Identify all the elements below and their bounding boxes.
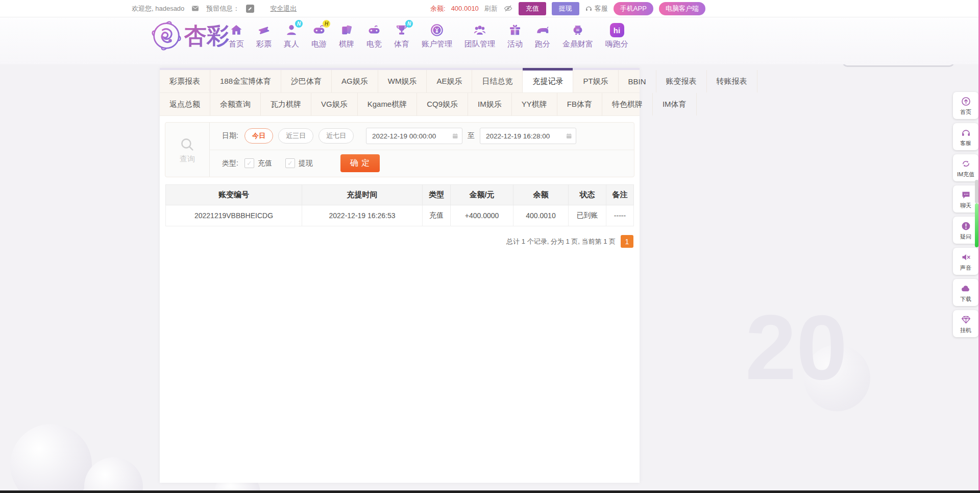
cell-record-id: 20221219VBBBHEICDG: [166, 205, 302, 226]
tab-item[interactable]: 彩票报表: [160, 70, 210, 92]
quick-range-today[interactable]: 今日: [244, 128, 273, 144]
nav-item-boardgames[interactable]: 棋牌: [333, 22, 360, 49]
pagination-summary: 总计 1 个记录, 分为 1 页, 当前第 1 页: [506, 237, 616, 246]
balance-label: 余额:: [430, 4, 446, 13]
cell-remark: -----: [606, 205, 634, 226]
tab-item[interactable]: 余额查询: [210, 93, 261, 115]
cell-balance: 400.0010: [513, 205, 569, 226]
type-label: 类型:: [222, 159, 238, 168]
cell-time: 2022-12-19 16:26:53: [302, 205, 423, 226]
page-1-button[interactable]: 1: [621, 235, 633, 248]
nav-item-esports[interactable]: 电竞: [360, 22, 388, 49]
scrollbar-track[interactable]: [975, 180, 978, 203]
toolbar-item-service[interactable]: 客服: [953, 123, 978, 150]
nav-item-lottery[interactable]: 彩票: [250, 22, 278, 49]
tab-item[interactable]: AG娱乐: [332, 70, 378, 92]
nav-item-egames[interactable]: H 电游: [305, 22, 333, 49]
site-logo[interactable]: 杏彩: [151, 20, 229, 51]
toolbar-item-download[interactable]: 下载: [953, 279, 978, 306]
pc-client-button[interactable]: 电脑客户端: [659, 2, 705, 15]
tab-item[interactable]: 特色棋牌: [602, 93, 653, 115]
tab-item[interactable]: 沙巴体育: [281, 70, 332, 92]
edit-pencil-icon[interactable]: [246, 5, 254, 13]
nav-item-live[interactable]: N 真人: [278, 22, 305, 49]
date-label: 日期:: [222, 131, 238, 140]
tab-item[interactable]: 返点总额: [160, 93, 210, 115]
tab-item[interactable]: Kgame棋牌: [358, 93, 418, 115]
toolbar-item-idle[interactable]: 挂机: [953, 310, 978, 337]
tab-item[interactable]: 瓦力棋牌: [261, 93, 311, 115]
nav-label: 金鼎财富: [562, 39, 593, 49]
col-header: 类型: [423, 185, 451, 205]
tab-item[interactable]: YY棋牌: [512, 93, 557, 115]
mobile-app-button[interactable]: 手机APP: [614, 2, 653, 15]
tab-item[interactable]: IM体育: [653, 93, 697, 115]
toolbar-item-im-recharge[interactable]: IM充值: [953, 154, 978, 181]
message-envelope-icon[interactable]: [191, 4, 200, 13]
bg-ball-decoration: [84, 457, 143, 493]
tab-item[interactable]: PT娱乐: [573, 70, 618, 92]
nav-item-home[interactable]: 首页: [223, 22, 250, 49]
nav-item-team[interactable]: 团队管理: [458, 22, 501, 49]
date-from-input[interactable]: [371, 132, 452, 140]
quick-range-7days[interactable]: 近七日: [318, 128, 354, 144]
nav-item-account[interactable]: 账户管理: [415, 22, 458, 49]
scrollbar-thumb[interactable]: [975, 203, 978, 247]
tab-item[interactable]: IM娱乐: [468, 93, 512, 115]
calendar-icon[interactable]: [566, 132, 572, 140]
tab-item[interactable]: VG娱乐: [311, 93, 358, 115]
nav-item-hi-paofen[interactable]: hi 嗨跑分: [599, 22, 634, 49]
date-from-field[interactable]: [366, 128, 462, 144]
col-header: 充提时间: [302, 185, 423, 205]
col-header: 备注: [606, 185, 634, 205]
tab-item[interactable]: WM娱乐: [378, 70, 427, 92]
cell-type: 充值: [423, 205, 451, 226]
recharge-checkbox[interactable]: ✓: [244, 158, 254, 168]
content-card: 彩票报表 188金宝博体育 沙巴体育 AG娱乐 WM娱乐 AE娱乐 日结总览 充…: [160, 68, 640, 483]
toolbar-label: 首页: [960, 108, 971, 116]
toolbar-item-sound[interactable]: 声音: [953, 248, 978, 275]
logout-link[interactable]: 安全退出: [270, 4, 297, 13]
eye-off-icon[interactable]: [503, 4, 513, 13]
recharge-button[interactable]: 充值: [519, 2, 546, 15]
recharge-checkbox-label[interactable]: 充值: [258, 159, 272, 168]
nav-label: 账户管理: [422, 39, 452, 49]
nav-item-promotions[interactable]: 活动: [501, 22, 529, 49]
tab-item[interactable]: 转账报表: [707, 70, 757, 92]
nav-label: 团队管理: [464, 39, 495, 49]
confirm-button[interactable]: 确 定: [340, 154, 380, 172]
nav-label: 彩票: [256, 39, 272, 49]
tab-item[interactable]: 日结总览: [472, 70, 523, 92]
tab-item[interactable]: 账变报表: [656, 70, 707, 92]
tab-item-active[interactable]: 充提记录: [523, 70, 573, 92]
nav-item-sports[interactable]: N 体育: [388, 22, 415, 49]
topbar: 欢迎您, hadesado 预留信息： 安全退出 余额: 400.0010 刷新…: [0, 0, 980, 17]
balance-value: 400.0010: [451, 5, 479, 12]
withdraw-button[interactable]: 提现: [552, 2, 579, 15]
download-icon: [961, 283, 971, 294]
customer-service-link[interactable]: 客服: [585, 4, 608, 13]
service-label: 客服: [595, 4, 608, 13]
nav-item-paofen[interactable]: 跑分: [529, 22, 556, 49]
col-header: 余额: [513, 185, 569, 205]
tab-item[interactable]: AE娱乐: [427, 70, 472, 92]
date-to-input[interactable]: [485, 132, 566, 140]
nav-item-jinding-wealth[interactable]: 金鼎财富: [556, 22, 599, 49]
home-icon: [229, 22, 244, 38]
nav-label: 活动: [507, 39, 523, 49]
cell-status: 已到账: [569, 205, 606, 226]
toolbar-item-home[interactable]: 首页: [953, 92, 978, 119]
tab-item[interactable]: CQ9娱乐: [417, 93, 468, 115]
mute-icon: [961, 252, 971, 263]
refresh-link[interactable]: 刷新: [484, 4, 498, 13]
records-table: 账变编号 充提时间 类型 金额/元 余额 状态 备注 20221219VBBBH…: [165, 184, 634, 226]
quick-range-3days[interactable]: 近三日: [278, 128, 313, 144]
tab-item[interactable]: BBIN: [619, 70, 656, 92]
calendar-icon[interactable]: [452, 132, 458, 140]
date-to-field[interactable]: [480, 128, 576, 144]
tab-item[interactable]: FB体育: [557, 93, 602, 115]
withdraw-checkbox-label[interactable]: 提现: [299, 159, 313, 168]
withdraw-checkbox[interactable]: ✓: [285, 158, 295, 168]
tab-item[interactable]: 188金宝博体育: [210, 70, 281, 92]
col-header: 账变编号: [166, 185, 302, 205]
